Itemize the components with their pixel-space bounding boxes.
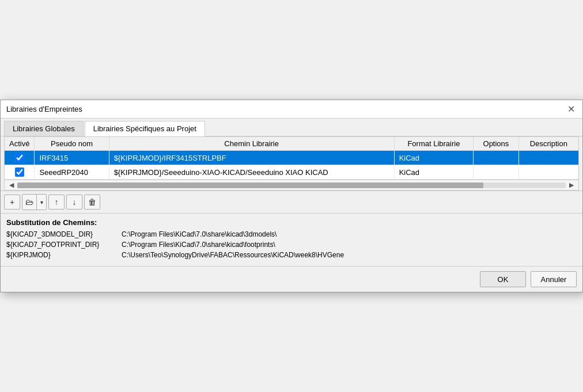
title-bar: Librairies d'Empreintes ✕ bbox=[1, 100, 582, 119]
path-key: ${KICAD7_3DMODEL_DIR} bbox=[6, 230, 122, 238]
cell-options bbox=[474, 151, 519, 165]
cell-path: ${KIPRJMOD}/IRF3415STRLPBF bbox=[109, 151, 394, 165]
delete-button[interactable]: 🗑 bbox=[84, 195, 100, 210]
cell-format: KiCad bbox=[394, 165, 473, 180]
cell-options bbox=[474, 165, 519, 180]
libraries-table: Activé Pseudo nom Chemin Librairie Forma… bbox=[5, 137, 578, 180]
tab-bar: Librairies Globales Librairies Spécifiqu… bbox=[1, 119, 582, 136]
scroll-right[interactable]: ▶ bbox=[566, 181, 577, 189]
ok-button[interactable]: OK bbox=[480, 271, 526, 287]
table-container[interactable]: Activé Pseudo nom Chemin Librairie Forma… bbox=[5, 137, 578, 180]
scrollbar-thumb bbox=[17, 182, 483, 188]
col-format: Format Librairie bbox=[394, 137, 473, 151]
path-key: ${KICAD7_FOOTPRINT_DIR} bbox=[6, 241, 122, 249]
path-rows: ${KICAD7_3DMODEL_DIR}C:\Program Files\Ki… bbox=[6, 230, 577, 259]
folder-button-split: 🗁 ▾ bbox=[22, 194, 47, 210]
cell-pseudo: IRF3415 bbox=[35, 151, 109, 165]
col-pseudo: Pseudo nom bbox=[35, 137, 109, 151]
dialog-title: Librairies d'Empreintes bbox=[6, 105, 82, 113]
horizontal-scrollbar[interactable]: ◀ ▶ bbox=[5, 180, 578, 190]
path-section: Substitution de Chemins: ${KICAD7_3DMODE… bbox=[1, 213, 582, 266]
bottom-buttons: OK Annuler bbox=[1, 266, 582, 292]
scrollbar-track[interactable] bbox=[17, 182, 566, 188]
col-active: Activé bbox=[5, 137, 35, 151]
path-row: ${KICAD7_FOOTPRINT_DIR}C:\Program Files\… bbox=[6, 241, 577, 249]
scroll-left[interactable]: ◀ bbox=[6, 181, 17, 189]
cell-description bbox=[518, 165, 578, 180]
col-description: Description bbox=[518, 137, 578, 151]
toolbar: + 🗁 ▾ ↑ ↓ 🗑 bbox=[1, 191, 582, 213]
cell-description bbox=[518, 151, 578, 165]
main-dialog: Librairies d'Empreintes ✕ Librairies Glo… bbox=[0, 100, 583, 292]
path-key: ${KIPRJMOD} bbox=[6, 251, 122, 259]
table-row[interactable]: SeeedRP2040${KIPRJMOD}/Seeeduino-XIAO-KI… bbox=[5, 165, 578, 180]
move-down-button[interactable]: ↓ bbox=[66, 195, 82, 210]
main-content: Activé Pseudo nom Chemin Librairie Forma… bbox=[4, 136, 579, 191]
folder-dropdown[interactable]: ▾ bbox=[37, 195, 46, 210]
tab-project[interactable]: Librairies Spécifiques au Projet bbox=[85, 121, 205, 136]
path-value: C:\Program Files\KiCad\7.0\share\kicad\f… bbox=[122, 241, 275, 249]
tab-global[interactable]: Librairies Globales bbox=[4, 121, 84, 136]
cancel-button[interactable]: Annuler bbox=[531, 271, 577, 287]
col-options: Options bbox=[474, 137, 519, 151]
folder-button[interactable]: 🗁 bbox=[22, 195, 37, 210]
cell-format: KiCad bbox=[394, 151, 473, 165]
active-checkbox[interactable] bbox=[15, 153, 24, 162]
cell-pseudo: SeeedRP2040 bbox=[35, 165, 109, 180]
col-path: Chemin Librairie bbox=[109, 137, 394, 151]
path-row: ${KIPRJMOD}C:\Users\Teo\SynologyDrive\FA… bbox=[6, 251, 577, 259]
cell-path: ${KIPRJMOD}/Seeeduino-XIAO-KICAD/Seeedui… bbox=[109, 165, 394, 180]
close-button[interactable]: ✕ bbox=[565, 104, 577, 115]
path-row: ${KICAD7_3DMODEL_DIR}C:\Program Files\Ki… bbox=[6, 230, 577, 238]
active-checkbox[interactable] bbox=[15, 168, 24, 177]
add-button[interactable]: + bbox=[4, 195, 20, 210]
path-value: C:\Program Files\KiCad\7.0\share\kicad\3… bbox=[122, 230, 277, 238]
table-row[interactable]: IRF3415${KIPRJMOD}/IRF3415STRLPBFKiCad bbox=[5, 151, 578, 165]
path-value: C:\Users\Teo\SynologyDrive\FABAC\Ressour… bbox=[122, 251, 344, 259]
move-up-button[interactable]: ↑ bbox=[48, 195, 65, 210]
path-title: Substitution de Chemins: bbox=[6, 218, 577, 227]
